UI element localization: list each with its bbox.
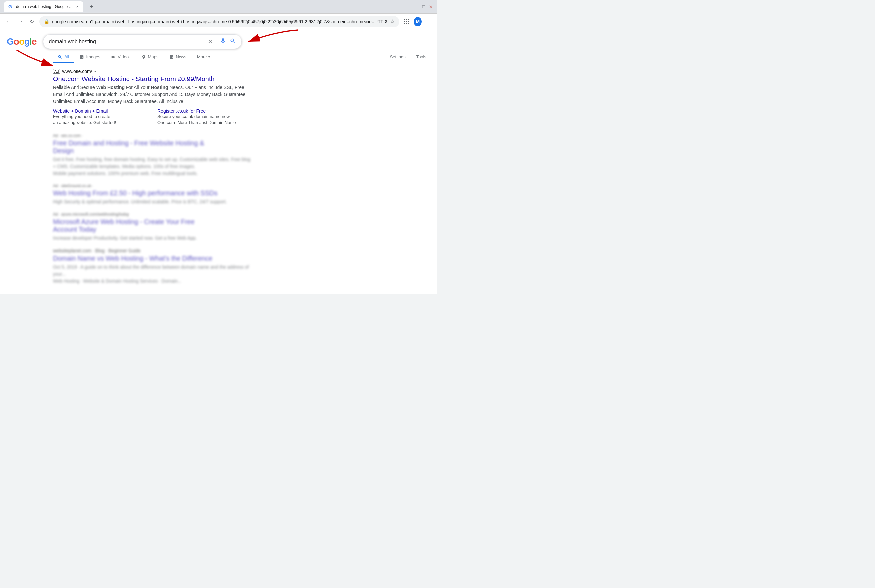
tab-all-label: All [64,54,69,59]
blurred-result-1-title[interactable]: Free Domain and Hosting - Free Website H… [53,140,219,155]
search-input[interactable]: domain web hosting [49,39,204,45]
svg-point-5 [406,21,407,22]
browser-tab[interactable]: G domain web hosting - Google S... × [4,2,84,12]
tab-more-label: More [197,54,207,59]
arrow-annotation [242,29,301,50]
ad-sitelinks: Website + Domain + Email Everything you … [53,108,252,126]
profile-avatar[interactable]: M [414,17,422,26]
blurred-result-4-desc: Oct 5, 2019 · A guide on to think about … [53,264,252,285]
tab-news-label: News [175,54,186,59]
ad-label: Ad www.one.com/ ▾ [53,69,431,74]
address-bar-row: ← → ↻ 🔒 google.com/search?q=domain+web+h… [0,13,438,29]
browser-window: G domain web hosting - Google S... × + —… [0,0,438,294]
svg-text:G: G [8,4,12,9]
search-clear-icon[interactable]: ✕ [208,38,213,45]
sitelink-2: Register .co.uk for Free Secure your .co… [157,108,252,126]
logo-letter-e: e [32,36,37,47]
sitelink-1-desc: Everything you need to create an amazing… [53,114,147,126]
svg-point-7 [404,23,405,24]
images-tab-icon [79,55,84,59]
google-logo[interactable]: Google [7,36,36,47]
maximize-button[interactable]: □ [421,4,426,9]
page-content: Google domain web hosting ✕ [0,29,438,294]
minimize-button[interactable]: — [414,4,419,9]
svg-point-3 [408,19,409,20]
svg-point-4 [404,21,405,22]
sitelink-2-title[interactable]: Register .co.uk for Free [157,108,252,114]
tab-more[interactable]: More ▾ [192,52,214,63]
results-container: Ad www.one.com/ ▾ One.com Website Hostin… [0,63,438,294]
news-tab-icon [169,55,174,59]
ad-domain: www.one.com/ [62,69,92,74]
more-chevron-icon: ▾ [208,55,210,58]
security-icon: 🔒 [44,19,49,24]
sitelink-2-desc: Secure your .co.uk domain name now One.c… [157,114,252,126]
tab-title: domain web hosting - Google S... [16,4,73,9]
sitelink-1-title[interactable]: Website + Domain + Email [53,108,147,114]
blurred-result-2: Ad · siteGround.co.uk · Web Hosting From… [53,183,431,206]
svg-point-6 [408,21,409,22]
blurred-ad-label-2: Ad · siteGround.co.uk · [53,183,431,188]
bookmark-icon[interactable]: ☆ [390,18,395,24]
logo-letter-g2: g [24,36,30,47]
blurred-result-2-title[interactable]: Web Hosting From £2.50 - High performanc… [53,189,219,197]
url-display: google.com/search?q=domain+web+hosting&o… [52,19,388,24]
sitelink-1: Website + Domain + Email Everything you … [53,108,147,126]
window-controls: — □ ✕ [414,4,433,9]
search-box[interactable]: domain web hosting ✕ [43,34,242,49]
tools-label: Tools [416,54,426,59]
search-header: Google domain web hosting ✕ [0,29,438,49]
search-divider [216,38,216,46]
blurred-result-4: websiteplanet.com · Blog · Beginner Guid… [53,248,431,285]
ad-domain-arrow-icon: ▾ [94,70,96,73]
refresh-button[interactable]: ↻ [27,16,37,27]
forward-button[interactable]: → [16,16,25,27]
logo-letter-o1: o [13,36,19,47]
microphone-icon[interactable] [220,38,226,46]
blurred-result-1-desc: Get it free. Free hosting, free domain h… [53,156,252,177]
svg-point-2 [406,19,407,20]
tab-maps[interactable]: Maps [137,52,163,63]
settings-link[interactable]: Settings [385,52,411,63]
logo-letter-l: l [30,36,32,47]
videos-tab-icon [111,55,115,59]
ad-description: Reliable And Secure Web Hosting For All … [53,84,252,105]
blurred-url-4: websiteplanet.com · Blog · Beginner Guid… [53,248,431,254]
tab-favicon: G [8,4,13,9]
address-bar[interactable]: 🔒 google.com/search?q=domain+web+hosting… [39,16,399,27]
tools-link[interactable]: Tools [412,52,431,63]
logo-letter-o2: o [19,36,24,47]
blurred-ad-label-1: Ad · wix.co.com · [53,134,431,138]
tab-videos-label: Videos [118,54,131,59]
tab-maps-label: Maps [148,54,159,59]
search-tabs: All Images Videos Maps News More ▾ [0,49,438,63]
new-tab-button[interactable]: + [86,2,97,12]
tab-close-button[interactable]: × [75,3,79,10]
search-submit-icon[interactable] [229,38,236,46]
settings-label: Settings [390,54,406,59]
ad-result-onecom: Ad www.one.com/ ▾ One.com Website Hostin… [53,69,431,126]
tab-videos[interactable]: Videos [106,52,135,63]
blurred-result-3-desc: Increase developer Productivity. Get sta… [53,234,252,242]
svg-point-9 [408,23,409,24]
apps-icon[interactable] [402,16,411,27]
svg-point-1 [404,19,405,20]
logo-letter-g1: G [7,36,13,47]
maps-tab-icon [141,55,146,59]
close-window-button[interactable]: ✕ [428,4,433,9]
blurred-result-3-title[interactable]: Microsoft Azure Web Hosting - Create You… [53,218,219,233]
tab-news[interactable]: News [164,52,191,63]
back-button[interactable]: ← [4,16,13,27]
ad-badge: Ad [53,69,60,74]
tab-images-label: Images [86,54,100,59]
title-bar: G domain web hosting - Google S... × + —… [0,0,438,13]
blurred-result-1: Ad · wix.co.com · Free Domain and Hostin… [53,134,431,177]
blurred-result-4-title[interactable]: Domain Name vs Web Hosting - What's the … [53,255,219,262]
blurred-result-3: Ad · azure.microsoft.com/webhosting/toda… [53,212,431,242]
browser-menu-button[interactable]: ⋮ [424,16,433,27]
tab-images[interactable]: Images [75,52,105,63]
svg-point-8 [406,23,407,24]
blurred-result-2-desc: High Security & optimal performance. Unl… [53,198,252,206]
blurred-ad-label-3: Ad · azure.microsoft.com/webhosting/toda… [53,212,431,217]
ad-title[interactable]: One.com Website Hosting - Starting From … [53,75,431,83]
